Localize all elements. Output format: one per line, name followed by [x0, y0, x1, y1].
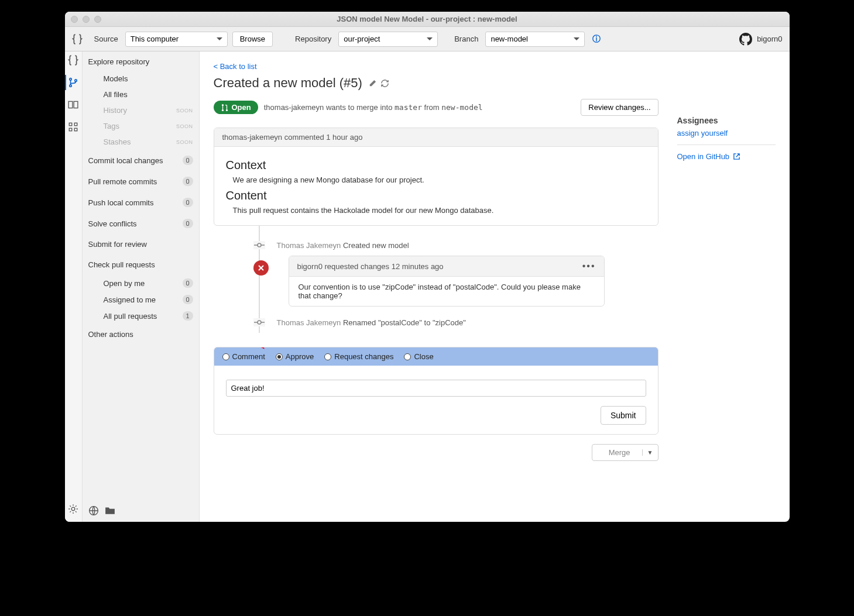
sidebar-item-commit-local[interactable]: Commit local changes0: [83, 150, 199, 171]
svg-point-11: [221, 104, 223, 106]
sidebar-item-all-files[interactable]: All files: [83, 87, 199, 102]
back-to-list-link[interactable]: < Back to list: [214, 62, 257, 71]
close-window-icon[interactable]: [71, 16, 78, 23]
source-label: Source: [94, 35, 118, 43]
minimize-window-icon[interactable]: [83, 16, 90, 23]
svg-point-14: [258, 243, 261, 247]
svg-rect-5: [69, 123, 72, 126]
svg-point-0: [70, 78, 71, 80]
window-title: JSON model New Model - our-project : new…: [337, 15, 517, 23]
submit-button[interactable]: Submit: [601, 406, 646, 425]
maximize-window-icon[interactable]: [94, 16, 101, 23]
grid-rail-icon[interactable]: [68, 122, 78, 132]
badge: 0: [183, 156, 193, 165]
browse-button[interactable]: Browse: [232, 32, 273, 47]
comment-heading: Content: [226, 189, 646, 202]
review-entry: bigorn0 requested changes 12 minutes ago…: [259, 256, 658, 307]
sidebar-explore[interactable]: Explore repository: [83, 51, 199, 71]
repo-label: Repository: [295, 35, 331, 43]
pr-title: Created a new model (#5): [214, 75, 362, 91]
branch-select[interactable]: new-model: [485, 32, 585, 47]
badge: 0: [183, 295, 193, 304]
sidebar-item-assigned-to-me[interactable]: Assigned to me0: [83, 291, 199, 308]
external-link-icon: [733, 153, 740, 160]
sidebar-item-open-by-me[interactable]: Open by me0: [83, 275, 199, 291]
svg-rect-6: [74, 123, 77, 126]
content: < Back to list Created a new model (#5) …: [200, 51, 673, 522]
sidebar-item-pull-remote[interactable]: Pull remote commits0: [83, 171, 199, 192]
pull-request-icon: [221, 104, 229, 112]
svg-rect-4: [74, 101, 78, 108]
svg-point-9: [71, 507, 75, 511]
info-icon[interactable]: ⓘ: [592, 35, 601, 44]
action-comment-radio[interactable]: Comment: [222, 352, 265, 361]
badge: 0: [183, 219, 193, 228]
commit-entry: Thomas Jakemeyn Renamed "postalCode" to …: [259, 312, 658, 333]
compare-rail-icon[interactable]: [68, 99, 78, 110]
main-area: < Back to list Created a new model (#5) …: [200, 51, 790, 522]
source-select[interactable]: This computer: [125, 32, 228, 47]
badge: 0: [183, 198, 193, 207]
action-request-changes-radio[interactable]: Request changes: [324, 352, 393, 361]
username: bigorn0: [757, 35, 782, 43]
sidebar-item-push-local[interactable]: Push local commits0: [83, 192, 199, 213]
comment-box: thomas-jakemeyn commented 1 hour ago Con…: [214, 128, 658, 226]
braces-icon[interactable]: [72, 34, 83, 44]
chevron-down-icon[interactable]: ▼: [642, 449, 653, 456]
toolbar: Source This computer Browse Repository o…: [65, 27, 790, 51]
review-body: Our convention is to use "zipCode" inste…: [289, 277, 604, 306]
sidebar-item-check-pr[interactable]: Check pull requests: [83, 254, 199, 275]
comment-text: This pull request contains the Hackolade…: [233, 206, 646, 215]
comment-heading: Context: [226, 159, 646, 172]
comment-body: Context We are designing a new Mongo dat…: [214, 147, 658, 225]
review-comment-input[interactable]: [226, 380, 646, 397]
edit-icon[interactable]: [368, 79, 377, 88]
right-column: Assignees assign yourself Open in GitHub: [673, 51, 790, 522]
user-area[interactable]: bigorn0: [739, 33, 782, 46]
svg-rect-3: [68, 101, 73, 108]
review-action-header: Comment Approve Request changes Close: [214, 347, 658, 366]
commit-entry: Thomas Jakemeyn Created new model: [259, 235, 658, 256]
globe-icon[interactable]: [88, 505, 99, 516]
folder-icon[interactable]: [105, 505, 115, 516]
badge: 1: [183, 311, 193, 321]
sidebar: Explore repository Models All files Hist…: [83, 51, 200, 522]
github-icon: [739, 33, 752, 46]
action-close-radio[interactable]: Close: [404, 352, 433, 361]
badge: 0: [183, 278, 193, 288]
assign-yourself-link[interactable]: assign yourself: [677, 129, 728, 137]
merge-description: thomas-jakemeyn wants to merge into mast…: [264, 103, 483, 112]
titlebar: JSON model New Model - our-project : new…: [65, 12, 790, 27]
changes-requested-icon: [253, 260, 269, 276]
commit-icon: [253, 241, 265, 249]
braces-rail-icon[interactable]: [68, 55, 78, 66]
review-action-panel: Comment Approve Request changes Close Su…: [214, 347, 658, 435]
branch-label: Branch: [454, 35, 478, 43]
refresh-icon[interactable]: [380, 79, 389, 88]
comment-text: We are designing a new Mongo database fo…: [233, 175, 646, 184]
svg-point-2: [75, 80, 77, 81]
sidebar-item-tags: TagsSOON: [83, 118, 199, 134]
status-badge: Open: [214, 101, 258, 114]
sidebar-item-solve-conflicts[interactable]: Solve conflicts0: [83, 213, 199, 234]
more-menu-icon[interactable]: •••: [582, 261, 596, 271]
sidebar-item-submit-review[interactable]: Submit for review: [83, 234, 199, 254]
merge-button[interactable]: Merge ▼: [592, 444, 658, 461]
sidebar-item-models[interactable]: Models: [83, 71, 199, 87]
repository-select[interactable]: our-project: [338, 32, 438, 47]
action-approve-radio[interactable]: Approve: [276, 352, 314, 361]
branch-rail-icon[interactable]: [68, 77, 78, 88]
svg-point-13: [225, 109, 227, 111]
open-in-github-link[interactable]: Open in GitHub: [677, 152, 741, 161]
left-rail: [65, 51, 83, 522]
gear-icon[interactable]: [68, 504, 78, 514]
commit-icon: [253, 318, 265, 326]
sidebar-item-other-actions[interactable]: Other actions: [83, 324, 199, 345]
badge: 0: [183, 177, 193, 186]
sidebar-item-stashes: StashesSOON: [83, 134, 199, 150]
review-changes-button[interactable]: Review changes...: [581, 99, 658, 116]
svg-point-12: [221, 109, 223, 111]
assignees-header: Assignees: [677, 116, 776, 129]
review-header: bigorn0 requested changes 12 minutes ago…: [289, 256, 604, 277]
sidebar-item-all-pr[interactable]: All pull requests1: [83, 308, 199, 324]
